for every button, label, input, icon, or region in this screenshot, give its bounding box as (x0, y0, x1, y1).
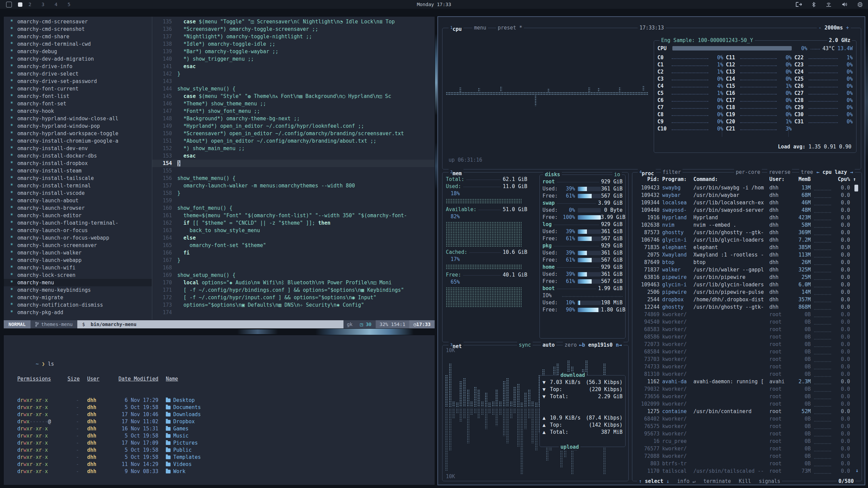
tree-item[interactable]: *omarchy-cmd-terminal-cwd (4, 40, 152, 48)
tree-item[interactable]: *omarchy-hyprland-workspace-toggle (4, 130, 152, 137)
proc-row[interactable]: 68586kworker/root0B0.0 (635, 333, 859, 341)
proc-row[interactable]: 102099kworker/root0B0.0 (635, 400, 859, 408)
code-pane[interactable]: 135 case $(menu "Toggle" "◫ Screensaver\… (152, 18, 434, 320)
tree-item[interactable]: *omarchy-launch-wifi (4, 264, 152, 271)
directory-link[interactable]: Templates (158, 454, 428, 461)
tab-tree[interactable]: tree (799, 169, 815, 175)
proc-row[interactable]: 109423swaybg/usr/bin/swaybg -i /homdhh13… (635, 184, 859, 191)
tab-auto[interactable]: auto (541, 342, 556, 348)
tree-item[interactable]: *omarchy-drive-select (4, 70, 152, 78)
proc-row[interactable]: 95673kworker/root0B0.0 (635, 430, 859, 438)
tree-item[interactable]: *omarchy-launch-webapp (4, 257, 152, 264)
tree-item[interactable]: *omarchy-font-set (4, 100, 152, 107)
info-action[interactable]: info ↵ (677, 478, 695, 484)
tab-menu[interactable]: menu (472, 25, 488, 31)
tree-item[interactable]: *omarchy-hook (4, 107, 152, 115)
tab-io[interactable]: io (612, 171, 622, 178)
terminate-action[interactable]: terminate (704, 478, 731, 484)
proc-row[interactable]: 1275containe/usr/bin/containerdroot52M0.… (635, 408, 859, 415)
directory-link[interactable]: Desktop (158, 397, 428, 404)
tree-item[interactable]: *omarchy-menu (4, 279, 152, 286)
proc-row[interactable]: 102638nvimnvim --embed .dhh58M0.0 (635, 221, 859, 229)
tree-item[interactable]: *omarchy-launch-screensaver (4, 242, 152, 249)
tab-reverse[interactable]: reverse (767, 169, 792, 175)
tree-item[interactable]: *omarchy-launch-browser (4, 204, 152, 212)
tree-item[interactable]: *omarchy-install-dev-env (4, 145, 152, 152)
proc-row[interactable]: 109344localsea/usr/lib/localsearch-exdhh… (635, 199, 859, 206)
tree-item[interactable]: *omarchy-install-terminal (4, 182, 152, 189)
proc-row[interactable]: 87573ghostty/usr/bin/ghostty --gtk-dhh36… (635, 229, 859, 236)
tree-item[interactable]: *omarchy-cmd-share (4, 33, 152, 40)
iface-next[interactable]: n→ (616, 342, 622, 348)
tree-item[interactable]: *omarchy-drive-info (4, 63, 152, 70)
terminal-window[interactable]: ~ ❯ ls PermissionsSizeUserDate ModifiedN… (3, 335, 435, 485)
proc-row[interactable]: 71835elephantelephantdhh385M0.0 (635, 244, 859, 251)
proc-row[interactable]: 87649btopbtopdhh26M0.0 (635, 259, 859, 266)
interval-minus[interactable]: - (818, 25, 822, 31)
tree-item[interactable]: *omarchy-launch-about (4, 197, 152, 204)
tree-item[interactable]: *omarchy-lock-screen (4, 271, 152, 279)
tree-item[interactable]: *omarchy-launch-floating-terminal- (4, 219, 152, 227)
proc-row[interactable]: 81310kworker/root0B0.0 (635, 370, 859, 378)
proc-row[interactable]: 72088kworker/root0B0.0 (635, 452, 859, 460)
tree-item[interactable]: *omarchy-menu-keybindings (4, 286, 152, 294)
tree-item[interactable]: *omarchy-hyprland-window-close-all (4, 115, 152, 122)
tree-item[interactable]: *omarchy-install-chromium-google-a (4, 137, 152, 145)
scroll-down-icon[interactable]: ↓ (855, 467, 859, 473)
proc-row[interactable]: 68584kworker/root0B0.0 (635, 348, 859, 355)
sort-prev[interactable]: ← (816, 169, 820, 175)
proc-row[interactable]: 106746glycin-i/usr/lib/glycin-loadersdhh… (635, 236, 859, 244)
iface-prev[interactable]: ←b (579, 342, 585, 348)
directory-link[interactable]: Pictures (158, 440, 428, 447)
directory-link[interactable]: Public (158, 447, 428, 454)
proc-row[interactable]: 1170tailscal/usr/sbin/tailscaled --root7… (635, 467, 859, 475)
proc-row[interactable]: 76577kworker/root0B0.0 (635, 445, 859, 452)
tree-item[interactable]: *omarchy-notification-dismiss (4, 301, 152, 309)
tree-item[interactable]: *omarchy-launch-or-focus (4, 227, 152, 234)
proc-row[interactable]: 1916HyprlandHyprlanddhh423M0.0 (635, 214, 859, 221)
tree-item[interactable]: *omarchy-debug (4, 48, 152, 55)
proc-row[interactable]: 71837walker/usr/bin/walker --gappldhh325… (635, 266, 859, 273)
tree-item[interactable]: *omarchy-dev-add-migration (4, 55, 152, 63)
select-action[interactable]: select (645, 478, 663, 484)
tab-cpu[interactable]: cpu (453, 26, 462, 32)
tree-item[interactable]: *omarchy-drive-set-password (4, 78, 152, 85)
tree-item[interactable]: *omarchy-migrate (4, 294, 152, 301)
tab-filter[interactable]: filter (661, 169, 683, 175)
tree-item[interactable]: *omarchy-install-docker-dbs (4, 152, 152, 160)
proc-row[interactable]: 2506pipewire/usr/bin/pipewire-pulsedhh14… (635, 288, 859, 296)
directory-link[interactable]: Documents (158, 404, 428, 411)
tab-sync[interactable]: sync (517, 342, 533, 348)
proc-row[interactable]: 74733kworker/root0B0.0 (635, 363, 859, 370)
proc-row[interactable]: 63816pipewire/usr/bin/pipewiredhh25M0.0 (635, 273, 859, 281)
proc-row[interactable]: 1162avahi-daavahi-daemon: running [avahi… (635, 378, 859, 385)
tree-item[interactable]: *omarchy-cmd-screenshot (4, 25, 152, 33)
interval-plus[interactable]: + (846, 25, 849, 31)
proc-row[interactable]: 803btrfs-trroot0B0.0 (635, 460, 859, 467)
proc-row[interactable]: 2075XwaylandXwayland :1 -rootless -dhh11… (635, 251, 859, 259)
proc-scrollbar[interactable] (854, 185, 858, 191)
proc-row[interactable]: 68402kworker/root0B0.0 (635, 415, 859, 423)
proc-row[interactable]: 16rcu_preeroot0B0.0 (635, 438, 859, 445)
directory-link[interactable]: Games (158, 425, 428, 432)
directory-link[interactable]: Work (158, 468, 428, 475)
proc-row[interactable]: 109440swayosd-/usr/bin/swayosd-serverdhh… (635, 206, 859, 214)
tab-zero[interactable]: zero (563, 342, 578, 348)
proc-row[interactable]: 72073kworker/root0B0.0 (635, 341, 859, 348)
proc-row[interactable]: 2544dropbox/home/dhh/.dropbox-distdhh357… (635, 296, 859, 303)
proc-row[interactable]: 68583kworker/root0B0.0 (635, 326, 859, 333)
tree-item[interactable]: *omarchy-cmd-screensaver (4, 18, 152, 25)
tree-item[interactable]: *omarchy-font-list (4, 93, 152, 100)
tree-item[interactable]: *omarchy-launch-editor (4, 212, 152, 219)
kill-action[interactable]: Kill (739, 478, 751, 484)
directory-link[interactable]: Downloads (158, 411, 428, 418)
tree-item[interactable]: *omarchy-launch-walker (4, 249, 152, 257)
tree-item[interactable]: *omarchy-install-vscode (4, 189, 152, 197)
tree-item[interactable]: *omarchy-pkg-add (4, 309, 152, 316)
signals-action[interactable]: signals (759, 478, 780, 484)
tree-item[interactable]: *omarchy-launch-or-focus-webapp (4, 234, 152, 242)
proc-row[interactable]: 73656kworker/root0B0.0 (635, 393, 859, 400)
proc-row[interactable]: 109432waybar/usr/bin/waybardhh68M0.0 (635, 191, 859, 199)
proc-row[interactable]: 12244ghostty/usr/bin/ghostty --gtk-dhh86… (635, 303, 859, 311)
proc-row[interactable]: 79032kworker/root0B0.0 (635, 385, 859, 393)
